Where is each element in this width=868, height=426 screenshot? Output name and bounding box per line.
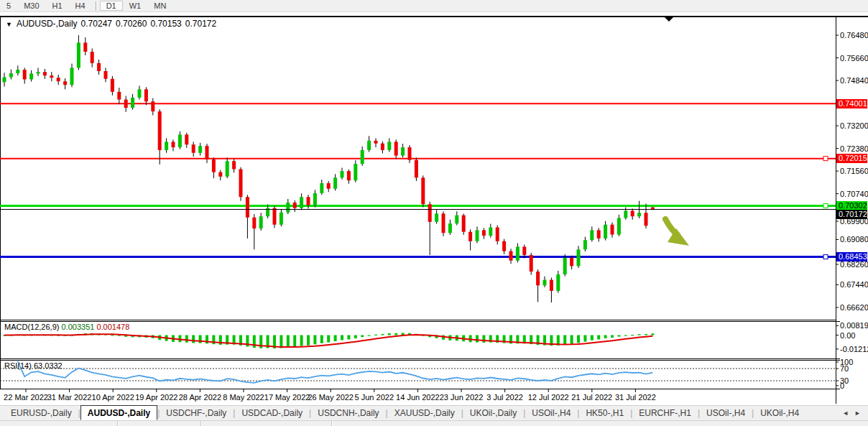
chart-shift-marker-icon[interactable] [665,17,673,22]
quote-close: 0.70172 [185,19,216,29]
rsi-indicator[interactable] [0,361,839,386]
status-divider [331,421,332,426]
status-bar [0,420,868,426]
chart-tab-ukoil-daily[interactable]: UKOil-,Daily [463,406,523,420]
macd-label: MACD(12,26,9) 0.003351 0.001478 [4,323,129,331]
chart-tab-usoil-h4[interactable]: USOil-,H4 [525,406,577,420]
scroll-left-icon[interactable]: ◄ [842,409,849,417]
tab-scroll-arrows: ◄► [842,406,868,420]
collapse-quotes-icon[interactable]: ▼ [6,21,12,28]
candlesticks[interactable] [3,35,655,302]
chart-tab-usdcad-daily[interactable]: USDCAD-,Daily [235,406,309,420]
macd-main-value: 0.003351 [61,323,94,331]
line-handle[interactable] [823,157,828,161]
pane-borders [0,16,868,404]
rsi-name: RSI(14) [4,361,32,370]
date-axis[interactable] [26,389,635,392]
arrow-annotation[interactable] [665,219,689,246]
chart-tab-eurchf-h1[interactable]: EURCHF-,H1 [632,406,698,420]
line-handle[interactable] [823,203,828,208]
chart-tab-xauusd-daily[interactable]: XAUUSD-,Daily [388,406,461,420]
mt4-chart-window: 5M30H1H4D1W1MN ▼AUDUSD-,Daily0.702470.70… [0,0,868,426]
horizontal-line-object[interactable] [0,203,836,208]
line-handle[interactable] [823,255,828,259]
quote-low: 0.70153 [150,19,181,29]
chart-symbol-period: AUDUSD-,Daily [17,19,78,29]
chart-tab-eurusd-daily[interactable]: EURUSD-,Daily [4,406,78,420]
macd-signal-value: 0.001478 [96,323,129,331]
scroll-right-icon[interactable]: ► [854,409,861,417]
chart-tab-usoil-h4[interactable]: USOil-,H4 [700,406,752,420]
horizontal-line-object[interactable] [0,255,836,259]
status-divider [117,421,118,426]
chart-tab-audusd-daily[interactable]: AUDUSD-,Daily [80,405,157,420]
quote-high: 0.70260 [116,19,147,29]
chart-tab-ukoil-h4[interactable]: UKOil-,H4 [754,406,805,420]
horizontal-line-object[interactable] [0,157,836,161]
chart-title: ▼AUDUSD-,Daily0.702470.702600.701530.701… [6,19,216,29]
status-divider [200,421,201,426]
rsi-value: 63.0332 [34,361,63,370]
chart-tab-hk50-h1[interactable]: HK50-,H1 [579,406,630,420]
chart-tab-usdchf-daily[interactable]: USDCHF-,Daily [160,406,233,420]
rsi-label: RSI(14) 63.0332 [4,361,63,370]
chart-tab-usdcnh-daily[interactable]: USDCNH-,Daily [311,406,385,420]
chart-tab-bar: EURUSD-,Daily|AUDUSD-,Daily|USDCHF-,Dail… [0,405,868,420]
quote-open: 0.70247 [81,19,112,29]
chart-canvas[interactable] [0,0,868,426]
macd-name: MACD(12,26,9) [4,323,59,331]
